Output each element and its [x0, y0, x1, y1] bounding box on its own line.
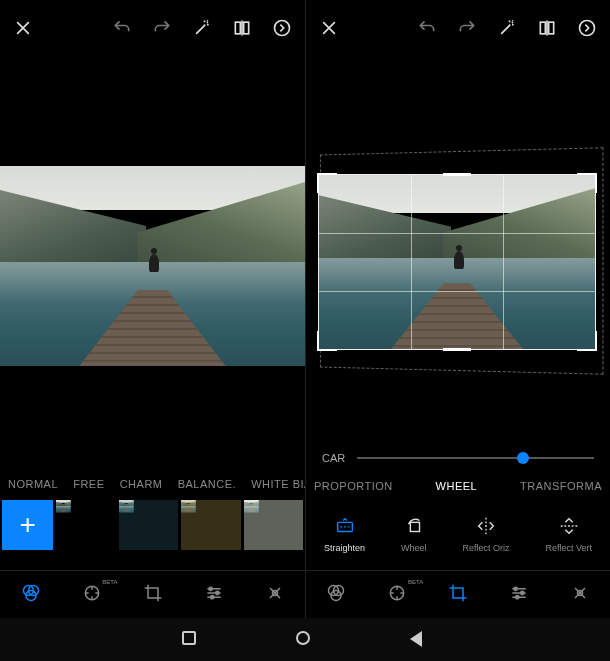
tab-filters[interactable] — [21, 583, 41, 607]
undo-icon[interactable] — [111, 17, 133, 39]
perspective-slider-row: CAR — [306, 442, 610, 474]
category-wheel[interactable]: WHEEL — [436, 480, 478, 492]
flip-horizontal-icon — [475, 515, 497, 537]
redo-icon[interactable] — [151, 17, 173, 39]
flip-vertical-icon — [558, 515, 580, 537]
svg-point-9 — [210, 595, 213, 598]
category-normal[interactable]: NORMAL — [8, 478, 58, 490]
crop-canvas[interactable] — [306, 56, 610, 442]
filter-thumb-normal[interactable]: Normal — [56, 500, 115, 550]
svg-rect-15 — [410, 522, 419, 531]
tool-reflect-horizontal[interactable]: Reflect Oriz — [462, 515, 509, 553]
category-transform[interactable]: TRANSFORMA — [520, 480, 602, 492]
straighten-icon — [334, 515, 356, 537]
compare-icon[interactable] — [536, 17, 558, 39]
svg-point-22 — [515, 595, 518, 598]
svg-point-20 — [514, 587, 517, 590]
svg-point-7 — [209, 587, 212, 590]
editor-pane-filters: NORMAL FREE CHARM BALANCE. WHITE BIA +Ad… — [0, 0, 305, 618]
filter-category-row: NORMAL FREE CHARM BALANCE. WHITE BIA — [0, 472, 305, 496]
svg-rect-0 — [235, 22, 240, 34]
close-icon[interactable] — [12, 17, 34, 39]
tab-sliders[interactable] — [204, 583, 224, 607]
svg-point-21 — [520, 591, 523, 594]
apply-icon[interactable] — [576, 17, 598, 39]
slider-label: CAR — [322, 452, 345, 464]
category-free[interactable]: FREE — [73, 478, 104, 490]
bottom-tab-bar: BETA — [0, 570, 305, 618]
compare-icon[interactable] — [231, 17, 253, 39]
filter-thumb-autumn[interactable]: Autumn — [181, 500, 240, 550]
bottom-tab-bar: BETA — [306, 570, 610, 618]
tab-filters[interactable] — [326, 583, 346, 607]
crop-frame[interactable] — [318, 174, 596, 350]
svg-rect-11 — [540, 22, 545, 34]
home-button[interactable] — [296, 631, 314, 649]
filter-thumb-spring[interactable]: Spring — [244, 500, 303, 550]
transform-tool-grid: Straighten Wheel Reflect Oriz Reflect Ve… — [306, 498, 610, 570]
tool-wheel[interactable]: Wheel — [401, 515, 427, 553]
editor-pane-crop: CAR PROPORTION WHEEL TRANSFORMA Straight… — [305, 0, 610, 618]
svg-point-13 — [580, 21, 595, 36]
category-charm[interactable]: CHARM — [120, 478, 163, 490]
category-balance[interactable]: BALANCE. — [178, 478, 236, 490]
category-white[interactable]: WHITE BIA — [251, 478, 305, 490]
tab-sliders[interactable] — [509, 583, 529, 607]
tab-adjust[interactable]: BETA — [387, 583, 407, 607]
tab-effects[interactable] — [570, 583, 590, 607]
preview-canvas[interactable] — [0, 56, 305, 472]
top-toolbar — [0, 0, 305, 56]
filter-thumbnail-strip[interactable]: +Add Normal Lively Autumn Spring — [0, 496, 305, 552]
add-filter-button[interactable]: +Add — [2, 500, 53, 550]
svg-point-2 — [275, 21, 290, 36]
tool-label: Reflect Oriz — [462, 543, 509, 553]
slider-thumb[interactable] — [517, 452, 529, 464]
tool-label: Wheel — [401, 543, 427, 553]
back-button[interactable] — [410, 631, 428, 649]
svg-rect-1 — [244, 22, 249, 34]
apply-icon[interactable] — [271, 17, 293, 39]
tab-crop[interactable] — [143, 583, 163, 607]
redo-icon[interactable] — [456, 17, 478, 39]
undo-icon[interactable] — [416, 17, 438, 39]
top-toolbar — [306, 0, 610, 56]
tool-label: Reflect Vert — [545, 543, 592, 553]
perspective-slider[interactable] — [357, 457, 594, 459]
category-proportion[interactable]: PROPORTION — [314, 480, 393, 492]
tab-crop[interactable] — [448, 583, 468, 607]
android-nav-bar — [0, 618, 610, 661]
svg-point-8 — [215, 591, 218, 594]
transform-category-row: PROPORTION WHEEL TRANSFORMA — [306, 474, 610, 498]
tab-adjust[interactable]: BETA — [82, 583, 102, 607]
tool-label: Straighten — [324, 543, 365, 553]
tab-effects[interactable] — [265, 583, 285, 607]
tool-reflect-vertical[interactable]: Reflect Vert — [545, 515, 592, 553]
tool-straighten[interactable]: Straighten — [324, 515, 365, 553]
filter-thumb-lively[interactable]: Lively — [119, 500, 178, 550]
close-icon[interactable] — [318, 17, 340, 39]
rotate-icon — [403, 515, 425, 537]
magic-wand-icon[interactable] — [191, 17, 213, 39]
magic-wand-icon[interactable] — [496, 17, 518, 39]
overview-button[interactable] — [182, 631, 200, 649]
svg-rect-12 — [549, 22, 554, 34]
